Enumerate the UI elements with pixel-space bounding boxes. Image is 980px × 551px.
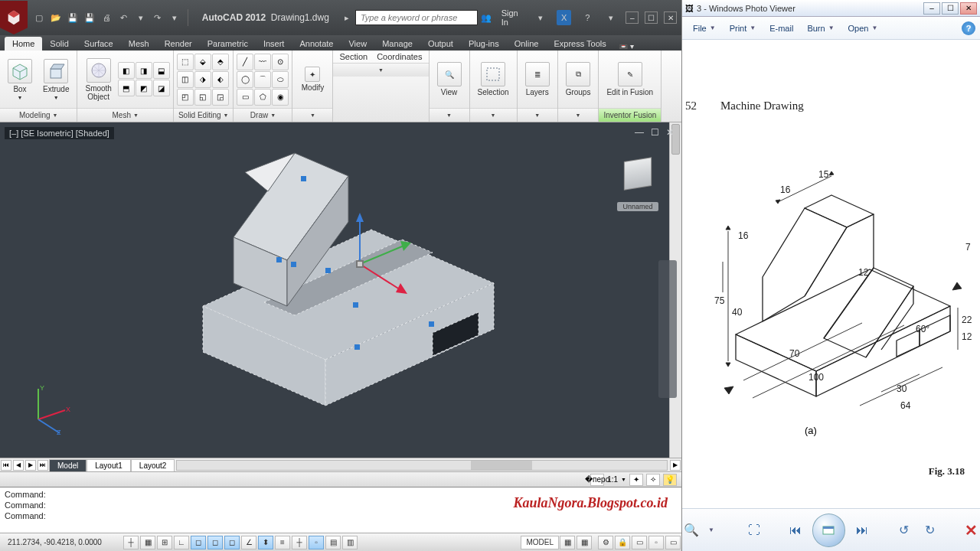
solid-tool-icon[interactable]: ◫ <box>177 71 194 88</box>
tab-view[interactable]: View <box>341 37 374 51</box>
menu-email[interactable]: E-mail <box>763 21 799 35</box>
tab-solid[interactable]: Solid <box>42 37 76 51</box>
osnap-icon[interactable]: ◻ <box>191 536 206 549</box>
ortho-icon[interactable]: ⊞ <box>157 536 172 549</box>
anno-scale[interactable]: 1:1 <box>607 475 618 484</box>
qp-icon[interactable]: ▫ <box>309 536 324 549</box>
extrude-button[interactable]: Extrude▼ <box>38 53 74 106</box>
snap-icon[interactable]: ┼ <box>123 536 139 549</box>
menu-open[interactable]: Open▼ <box>842 21 884 35</box>
tab-surface[interactable]: Surface <box>77 37 121 51</box>
help-icon[interactable]: ? <box>580 10 595 25</box>
solid-tool-icon[interactable]: ◲ <box>212 89 229 106</box>
tab-parametric[interactable]: Parametric <box>200 37 256 51</box>
layout2-tab[interactable]: Layout2 <box>131 459 175 471</box>
close-button[interactable]: ✕ <box>664 11 677 24</box>
solid-tool-icon[interactable]: ⬙ <box>194 54 211 70</box>
play-icon[interactable]: ▸ <box>340 10 354 25</box>
mesh-tool-icon[interactable]: ◩ <box>136 80 152 96</box>
tab-first-icon[interactable]: ⏮ <box>1 460 11 471</box>
viewport-close-icon[interactable]: ✕ <box>665 127 675 138</box>
signin-label[interactable]: Sign In <box>501 8 526 27</box>
rotate-cw-icon[interactable]: ↻ <box>920 521 939 540</box>
draw-tool-icon[interactable]: ⬠ <box>254 89 271 106</box>
slideshow-button[interactable] <box>812 514 846 547</box>
close-button[interactable]: ✕ <box>960 2 977 15</box>
solid-tool-icon[interactable]: ◱ <box>194 89 211 106</box>
lwt-icon[interactable]: ≡ <box>275 536 290 549</box>
menu-file[interactable]: File▼ <box>687 21 722 35</box>
solid-tool-icon[interactable]: ◰ <box>177 89 194 106</box>
help-icon[interactable]: ? <box>962 21 975 35</box>
layers-button[interactable]: ≣Layers <box>521 53 554 106</box>
chevron-down-icon[interactable]: ▾ <box>604 10 619 25</box>
coordinates-button[interactable]: Coordinates <box>377 52 422 61</box>
search-input[interactable] <box>355 10 478 25</box>
tab-prev-icon[interactable]: ◀ <box>13 460 24 471</box>
draw-tool-icon[interactable]: ⌒ <box>254 71 271 88</box>
actual-size-icon[interactable]: ⛶ <box>745 521 763 540</box>
viewport-label[interactable]: [–] [SE Isometric] [Shaded] <box>5 127 114 139</box>
draw-tool-icon[interactable]: ╱ <box>237 54 253 70</box>
tab-mesh[interactable]: Mesh <box>121 37 157 51</box>
menu-print[interactable]: Print▼ <box>724 21 763 35</box>
draw-tool-icon[interactable]: ◉ <box>272 89 289 106</box>
isolate-icon[interactable]: ▫ <box>648 536 664 549</box>
draw-tool-icon[interactable]: ⬭ <box>272 71 289 88</box>
edit-in-fusion-button[interactable]: ✎Edit in Fusion <box>602 53 658 106</box>
tab-last-icon[interactable]: ⏭ <box>38 460 48 471</box>
dyn-icon[interactable]: ⬍ <box>258 536 273 549</box>
modify-button[interactable]: ✦Modify <box>296 53 329 106</box>
solid-tool-icon[interactable]: ⬚ <box>177 54 194 70</box>
grid-icon[interactable]: ▦ <box>140 536 155 549</box>
restore-button[interactable]: ☐ <box>645 11 658 24</box>
draw-tool-icon[interactable]: ⊙ <box>272 54 289 70</box>
horizontal-scrollbar[interactable] <box>176 460 668 471</box>
mesh-tool-icon[interactable]: ⬓ <box>153 62 170 79</box>
pv-canvas[interactable]: 52 Machine Drawing <box>682 40 980 508</box>
drawing-viewport[interactable]: [–] [SE Isometric] [Shaded] — ☐ ✕ Unname… <box>0 122 681 458</box>
scroll-right-icon[interactable]: ▶ <box>670 460 681 471</box>
section-button[interactable]: Section <box>339 52 368 61</box>
save-icon[interactable]: 💾 <box>66 10 80 25</box>
solid-tool-icon[interactable]: ⬖ <box>212 71 229 88</box>
sc-icon[interactable]: ▤ <box>325 536 341 549</box>
box-button[interactable]: Box▼ <box>3 53 37 106</box>
viewport-maximize-icon[interactable]: ☐ <box>649 127 660 138</box>
otrack-icon[interactable]: ◻ <box>224 536 240 549</box>
clean-screen-icon[interactable]: ▭ <box>665 536 681 549</box>
model-geometry[interactable] <box>172 130 509 421</box>
viewport-minimize-icon[interactable]: — <box>634 127 645 138</box>
redo-icon[interactable]: ↷ <box>151 10 165 25</box>
app-logo[interactable] <box>0 1 28 34</box>
tpy-icon[interactable]: ┼ <box>292 536 307 549</box>
rotate-ccw-icon[interactable]: ↺ <box>894 521 913 540</box>
am-icon[interactable]: ▥ <box>342 536 358 549</box>
hardware-accel-icon[interactable]: ▭ <box>632 536 647 549</box>
groups-button[interactable]: ⧉Groups <box>561 53 596 106</box>
model-paper-toggle[interactable]: MODEL <box>521 536 559 549</box>
open-icon[interactable]: 📂 <box>49 10 63 25</box>
tab-insert[interactable]: Insert <box>256 37 292 51</box>
command-line[interactable]: KaulaNgora.Blogspot.co.id Command: Comma… <box>0 487 681 533</box>
chevron-down-icon[interactable]: ▾ <box>134 10 148 25</box>
chevron-down-icon[interactable]: ▾ <box>534 10 548 25</box>
anno-visibility-icon[interactable]: ✦ <box>629 474 643 486</box>
saveas-icon[interactable]: 💾 <box>83 10 96 25</box>
tab-annotate[interactable]: Annotate <box>292 37 341 51</box>
menu-burn[interactable]: Burn▼ <box>801 21 840 35</box>
quickview-layouts-icon[interactable]: ▦ <box>560 536 575 549</box>
ducs-icon[interactable]: ∠ <box>241 536 256 549</box>
bulb-icon[interactable]: 💡 <box>663 474 677 486</box>
maximize-button[interactable]: ☐ <box>942 2 959 15</box>
minimize-button[interactable]: – <box>626 11 639 24</box>
workspace-icon[interactable]: ⚙ <box>598 536 613 549</box>
tab-render[interactable]: Render <box>157 37 200 51</box>
anno-auto-icon[interactable]: ✧ <box>646 474 660 486</box>
minimize-button[interactable]: – <box>923 2 940 15</box>
solid-tool-icon[interactable]: ⬘ <box>212 54 229 70</box>
tab-manage[interactable]: Manage <box>374 37 420 51</box>
mesh-tool-icon[interactable]: ◪ <box>153 80 170 96</box>
chevron-down-icon[interactable]: ▾ <box>168 10 181 25</box>
prev-icon[interactable]: ⏮ <box>786 521 805 540</box>
